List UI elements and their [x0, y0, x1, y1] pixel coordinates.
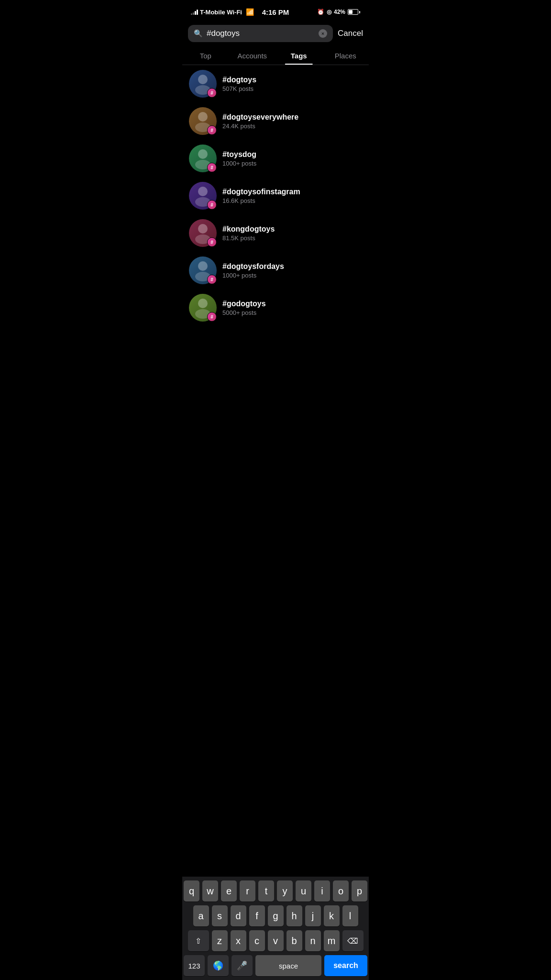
result-tag: #kongdogtoys — [222, 225, 362, 234]
result-text: #dogtoys 507K posts — [222, 76, 362, 92]
search-query[interactable]: #dogtoys — [207, 29, 315, 38]
result-tag: #dogtoysofinstagram — [222, 188, 362, 196]
result-text: #godogtoys 5000+ posts — [222, 300, 362, 316]
result-count: 24.4K posts — [222, 122, 362, 130]
result-count: 1000+ posts — [222, 272, 362, 279]
result-text: #dogtoysofinstagram 16.6K posts — [222, 188, 362, 204]
status-right: ⏰ ◎ 42% — [317, 9, 360, 15]
hashtag-badge: # — [207, 312, 217, 322]
avatar-wrapper: # — [189, 219, 217, 247]
tab-top[interactable]: Top — [182, 46, 229, 65]
avatar-wrapper: # — [189, 182, 217, 210]
result-count: 81.5K posts — [222, 234, 362, 242]
hashtag-badge: # — [207, 200, 217, 210]
battery-percent: 42% — [334, 9, 345, 15]
avatar-wrapper: # — [189, 294, 217, 322]
result-count: 507K posts — [222, 85, 362, 92]
clear-button[interactable]: × — [319, 29, 327, 38]
alarm-icon: ⏰ — [317, 9, 324, 15]
result-item[interactable]: # #godogtoys 5000+ posts — [182, 289, 369, 326]
hashtag-badge: # — [207, 88, 217, 98]
location-icon: ◎ — [327, 9, 331, 15]
hashtag-badge: # — [207, 163, 217, 172]
result-tag: #toysdog — [222, 150, 362, 159]
carrier-label: T-Mobile Wi-Fi — [200, 9, 242, 16]
result-item[interactable]: # #dogtoysofinstagram 16.6K posts — [182, 177, 369, 214]
svg-point-8 — [198, 224, 208, 234]
cancel-button[interactable]: Cancel — [338, 29, 363, 38]
result-count: 1000+ posts — [222, 160, 362, 167]
result-item[interactable]: # #dogtoys 507K posts — [182, 65, 369, 102]
svg-point-0 — [198, 75, 208, 84]
result-item[interactable]: # #dogtoysfordays 1000+ posts — [182, 252, 369, 289]
svg-point-4 — [198, 149, 208, 159]
result-tag: #godogtoys — [222, 300, 362, 308]
hashtag-badge: # — [207, 125, 217, 135]
result-text: #kongdogtoys 81.5K posts — [222, 225, 362, 242]
result-tag: #dogtoysfordays — [222, 262, 362, 271]
result-text: #dogtoyseverywhere 24.4K posts — [222, 113, 362, 130]
status-bar: T-Mobile Wi-Fi 📶 4:16 PM ⏰ ◎ 42% — [182, 0, 369, 21]
result-count: 16.6K posts — [222, 197, 362, 204]
search-icon: 🔍 — [194, 29, 203, 38]
avatar-wrapper: # — [189, 107, 217, 135]
signal-bars — [191, 9, 198, 15]
battery-indicator — [348, 9, 360, 15]
result-text: #dogtoysfordays 1000+ posts — [222, 262, 362, 279]
result-item[interactable]: # #dogtoyseverywhere 24.4K posts — [182, 102, 369, 140]
result-count: 5000+ posts — [222, 309, 362, 316]
result-text: #toysdog 1000+ posts — [222, 150, 362, 167]
svg-point-2 — [198, 112, 208, 122]
tab-places[interactable]: Places — [322, 46, 369, 65]
result-item[interactable]: # #kongdogtoys 81.5K posts — [182, 214, 369, 252]
search-input-wrapper[interactable]: 🔍 #dogtoys × — [188, 25, 333, 42]
svg-point-10 — [198, 261, 208, 271]
hashtag-badge: # — [207, 275, 217, 284]
svg-point-12 — [198, 299, 208, 308]
result-tag: #dogtoys — [222, 76, 362, 84]
avatar-wrapper: # — [189, 145, 217, 172]
tab-bar: Top Accounts Tags Places — [182, 46, 369, 65]
result-tag: #dogtoyseverywhere — [222, 113, 362, 122]
wifi-icon: 📶 — [246, 8, 254, 16]
status-left: T-Mobile Wi-Fi 📶 — [191, 8, 254, 16]
svg-point-6 — [198, 187, 208, 196]
time-label: 4:16 PM — [262, 8, 289, 16]
hashtag-badge: # — [207, 237, 217, 247]
avatar-wrapper: # — [189, 70, 217, 98]
avatar-wrapper: # — [189, 256, 217, 284]
results-list: # #dogtoys 507K posts # #dogtoyseverywhe… — [182, 65, 369, 326]
tab-accounts[interactable]: Accounts — [229, 46, 276, 65]
tab-tags[interactable]: Tags — [276, 46, 322, 65]
search-bar-container: 🔍 #dogtoys × Cancel — [182, 21, 369, 46]
result-item[interactable]: # #toysdog 1000+ posts — [182, 140, 369, 177]
